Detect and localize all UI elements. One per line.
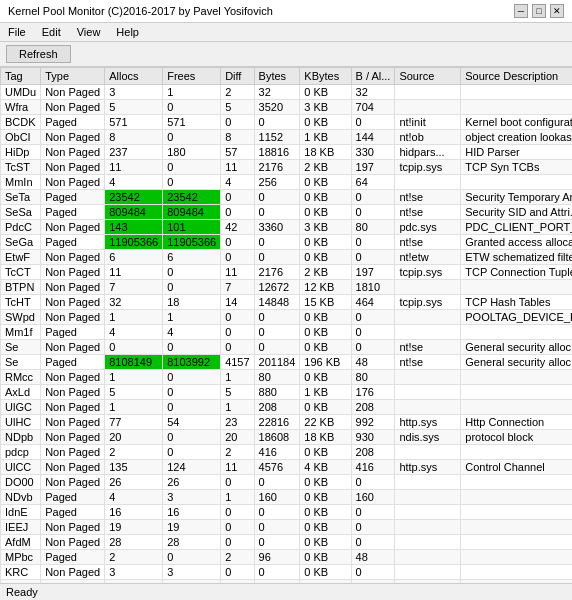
cell-9-2: 143 <box>105 220 163 235</box>
cell-10-0: SeGa <box>1 235 41 250</box>
cell-19-4: 1 <box>221 370 254 385</box>
close-button[interactable]: ✕ <box>550 4 564 18</box>
cell-17-9: General security alloc... <box>461 340 572 355</box>
cell-2-9: Kernel boot configurat... <box>461 115 572 130</box>
cell-26-8 <box>395 475 461 490</box>
table-row[interactable]: BCDKPaged571571000 KB0nt!initKernel boot… <box>1 115 573 130</box>
table-row[interactable]: TcHTNon Paged3218141484815 KB464tcpip.sy… <box>1 295 573 310</box>
cell-4-3: 180 <box>163 145 221 160</box>
table-row[interactable]: UlGCNon Paged1012080 KB208 <box>1 400 573 415</box>
table-row[interactable]: HiDpNon Paged237180571881618 KB330hidpar… <box>1 145 573 160</box>
cell-32-5: 0 <box>254 565 300 580</box>
table-row[interactable]: IdnEPaged1616000 KB0 <box>1 505 573 520</box>
cell-15-5: 0 <box>254 310 300 325</box>
table-row[interactable]: KRCNon Paged33000 KB0 <box>1 565 573 580</box>
cell-27-2: 4 <box>105 490 163 505</box>
cell-31-3: 0 <box>163 550 221 565</box>
table-row[interactable]: TcSTNon Paged1101121762 KB197tcpip.sysTC… <box>1 160 573 175</box>
cell-13-3: 0 <box>163 280 221 295</box>
col-header-source[interactable]: Source <box>395 68 461 85</box>
menu-item-help[interactable]: Help <box>112 25 143 39</box>
cell-15-2: 1 <box>105 310 163 325</box>
table-row[interactable]: MmInNon Paged4042560 KB64 <box>1 175 573 190</box>
table-row[interactable]: UlHCNon Paged7754232281622 KB992http.sys… <box>1 415 573 430</box>
cell-27-4: 1 <box>221 490 254 505</box>
col-header-allocs[interactable]: Allocs <box>105 68 163 85</box>
cell-30-4: 0 <box>221 535 254 550</box>
col-header-frees[interactable]: Frees <box>163 68 221 85</box>
cell-30-2: 28 <box>105 535 163 550</box>
cell-3-5: 1152 <box>254 130 300 145</box>
table-row[interactable]: DO00Non Paged2626000 KB0 <box>1 475 573 490</box>
table-row[interactable]: SeTaPaged2354223542000 KB0nt!seSecurity … <box>1 190 573 205</box>
col-header-bytes[interactable]: Bytes <box>254 68 300 85</box>
table-row[interactable]: ObCINon Paged80811521 KB144nt!obobject c… <box>1 130 573 145</box>
cell-1-0: Wfra <box>1 100 41 115</box>
cell-2-6: 0 KB <box>300 115 351 130</box>
cell-31-4: 2 <box>221 550 254 565</box>
col-header-type[interactable]: Type <box>41 68 105 85</box>
table-row[interactable]: BTPNNon Paged7071267212 KB1810 <box>1 280 573 295</box>
cell-3-7: 144 <box>351 130 395 145</box>
menu-item-file[interactable]: File <box>4 25 30 39</box>
cell-30-8 <box>395 535 461 550</box>
cell-19-6: 0 KB <box>300 370 351 385</box>
cell-28-8 <box>395 505 461 520</box>
table-row[interactable]: RMccNon Paged101800 KB80 <box>1 370 573 385</box>
refresh-button[interactable]: Refresh <box>6 45 71 63</box>
cell-24-8 <box>395 445 461 460</box>
cell-10-7: 0 <box>351 235 395 250</box>
table-row[interactable]: AxLdNon Paged5058801 KB176 <box>1 385 573 400</box>
cell-15-0: SWpd <box>1 310 41 325</box>
cell-24-2: 2 <box>105 445 163 460</box>
cell-14-2: 32 <box>105 295 163 310</box>
col-header-kbytes[interactable]: KBytes <box>300 68 351 85</box>
cell-2-8: nt!init <box>395 115 461 130</box>
col-header-tag[interactable]: Tag <box>1 68 41 85</box>
menu-item-view[interactable]: View <box>73 25 105 39</box>
col-header-source-description[interactable]: Source Description <box>461 68 572 85</box>
table-row[interactable]: UMDuNon Paged312320 KB32 <box>1 85 573 100</box>
table-row[interactable]: AfdMNon Paged2828000 KB0 <box>1 535 573 550</box>
cell-30-9 <box>461 535 572 550</box>
cell-24-7: 208 <box>351 445 395 460</box>
table-row[interactable]: WfraNon Paged50535203 KB704 <box>1 100 573 115</box>
table-row[interactable]: EtwFNon Paged66000 KB0nt!etwETW schemati… <box>1 250 573 265</box>
table-row[interactable]: pdcpNon Paged2024160 KB208 <box>1 445 573 460</box>
cell-5-9: TCP Syn TCBs <box>461 160 572 175</box>
table-row[interactable]: Mm1fPaged44000 KB0 <box>1 325 573 340</box>
cell-8-5: 0 <box>254 205 300 220</box>
col-header-diff[interactable]: Diff <box>221 68 254 85</box>
cell-18-3: 8103992 <box>163 355 221 370</box>
table-row[interactable]: MPbcPaged202960 KB48 <box>1 550 573 565</box>
table-row[interactable]: SePaged810814981039924157201184196 KB48n… <box>1 355 573 370</box>
cell-12-5: 2176 <box>254 265 300 280</box>
toolbar: Refresh <box>0 42 572 67</box>
table-row[interactable]: NDpbNon Paged200201860818 KB930ndis.sysp… <box>1 430 573 445</box>
cell-31-7: 48 <box>351 550 395 565</box>
cell-0-6: 0 KB <box>300 85 351 100</box>
table-row[interactable]: SeSaPaged809484809484000 KB0nt!seSecurit… <box>1 205 573 220</box>
table-row[interactable]: SeGaPaged1190536611905366000 KB0nt!seGra… <box>1 235 573 250</box>
cell-30-3: 28 <box>163 535 221 550</box>
cell-7-3: 23542 <box>163 190 221 205</box>
table-container[interactable]: TagTypeAllocsFreesDiffBytesKBytesB / Al.… <box>0 67 572 595</box>
cell-18-8: nt!se <box>395 355 461 370</box>
table-row[interactable]: PdcCNon Paged1431014233603 KB80pdc.sysPD… <box>1 220 573 235</box>
cell-25-0: UlCC <box>1 460 41 475</box>
table-row[interactable]: UlCCNon Paged1351241145764 KB416http.sys… <box>1 460 573 475</box>
table-row[interactable]: NDvbPaged4311600 KB160 <box>1 490 573 505</box>
table-row[interactable]: TcCTNon Paged1101121762 KB197tcpip.sysTC… <box>1 265 573 280</box>
table-row[interactable]: IEEJNon Paged1919000 KB0 <box>1 520 573 535</box>
cell-14-3: 18 <box>163 295 221 310</box>
table-row[interactable]: SWpdNon Paged11000 KB0POOLTAG_DEVICE_PDO… <box>1 310 573 325</box>
col-header-b---al---[interactable]: B / Al... <box>351 68 395 85</box>
minimize-button[interactable]: ─ <box>514 4 528 18</box>
maximize-button[interactable]: □ <box>532 4 546 18</box>
cell-30-1: Non Paged <box>41 535 105 550</box>
menu-item-edit[interactable]: Edit <box>38 25 65 39</box>
cell-26-5: 0 <box>254 475 300 490</box>
cell-8-0: SeSa <box>1 205 41 220</box>
table-row[interactable]: SeNon Paged00000 KB0nt!seGeneral securit… <box>1 340 573 355</box>
cell-6-2: 4 <box>105 175 163 190</box>
